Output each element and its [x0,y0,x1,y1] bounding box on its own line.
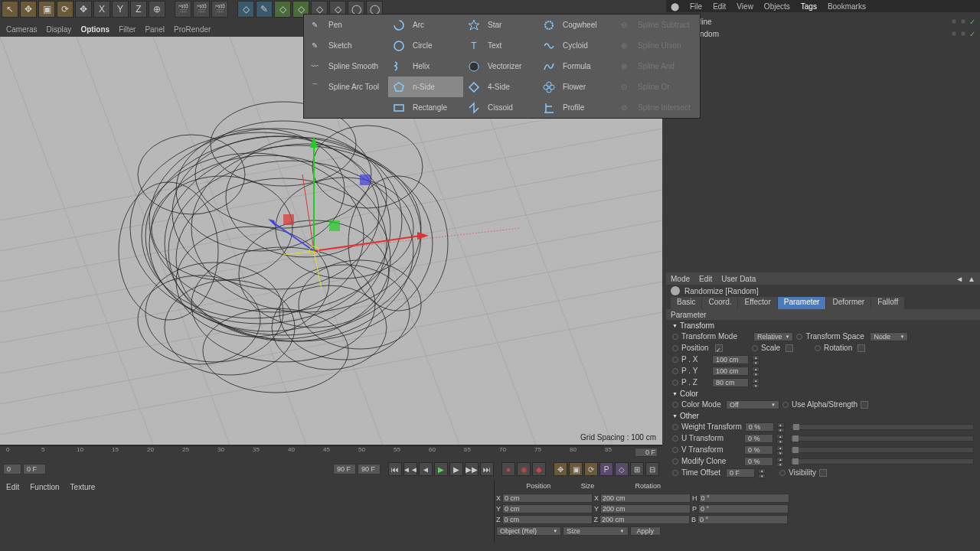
next-key-button[interactable]: ▶▶ [465,462,479,476]
menu-panel[interactable]: Panel [145,25,165,34]
anim-dot[interactable] [672,357,678,363]
prev-arrow-icon[interactable]: ◄ [956,275,963,283]
rotation-check[interactable] [858,344,865,352]
anim-dot[interactable] [782,402,789,408]
dropdown-helix[interactable]: Helix [388,56,463,77]
menu-bookmarks[interactable]: Bookmarks [828,2,866,11]
weight-slider[interactable] [791,424,974,430]
mat-texture[interactable]: Texture [70,483,96,491]
dropdown-profile[interactable]: Profile [538,97,613,118]
menu-cameras[interactable]: Cameras [6,25,38,34]
px-input[interactable] [712,355,749,364]
vis-toggle[interactable] [960,18,966,24]
size-x-input[interactable] [600,494,691,503]
dropdown-cissoid[interactable]: Cissoid [463,97,538,118]
tool-cube[interactable]: ◇ [237,1,254,18]
tool-y[interactable]: Y [112,1,129,18]
key-rot-button[interactable]: ⟳ [584,462,598,476]
menu-objects[interactable]: Objects [764,2,790,11]
anim-dot[interactable] [672,334,678,340]
group-other[interactable]: Other [666,410,980,421]
dropdown-circle[interactable]: Circle [388,35,463,56]
pos-z-input[interactable] [502,515,593,524]
spinner[interactable]: ▴▾ [752,378,760,387]
menu-tags[interactable]: Tags [801,2,817,11]
tool-scale[interactable]: ▣ [38,1,55,18]
anim-dot[interactable] [672,435,678,442]
mat-function[interactable]: Function [30,483,59,491]
spinner[interactable]: ▴▾ [777,422,785,432]
dropdown-vectorizer[interactable]: Vectorizer [463,56,538,77]
key-scale-button[interactable]: ▣ [569,462,583,476]
range-end[interactable] [358,464,381,474]
range-start[interactable] [3,464,21,474]
dropdown-arctool[interactable]: ⌒Spline Arc Tool [304,77,388,97]
next-arrow-icon[interactable]: ▲ [968,275,975,283]
spinner[interactable]: ▴▾ [752,355,760,364]
spinner[interactable]: ▴▾ [758,468,766,478]
dropdown-4side[interactable]: 4-Side [463,77,538,97]
apply-button[interactable]: Apply [630,527,662,536]
anim-dot[interactable] [672,458,678,465]
dropdown-flower[interactable]: Flower [538,77,613,97]
anim-dot[interactable] [796,334,802,340]
tool-render[interactable]: 🎬 [175,1,191,18]
anim-dot[interactable] [752,345,758,351]
dropdown-cogwheel[interactable]: Cogwheel [538,15,613,35]
tool-coord[interactable]: ⊕ [149,1,165,18]
tool-rotate[interactable]: ⟳ [57,1,74,18]
menu-filter[interactable]: Filter [119,25,136,34]
record-button[interactable]: ● [501,462,515,476]
vis-toggle[interactable] [960,31,966,37]
dropdown-nside[interactable]: n-Side [388,77,463,97]
goto-end-button[interactable]: ⏭ [480,462,494,476]
position-check[interactable] [715,344,723,352]
key-param-button[interactable]: P [599,462,613,476]
dropdown-rectangle[interactable]: Rectangle [388,97,463,118]
tab-deformer[interactable]: Deformer [826,297,871,309]
utrans-slider[interactable] [790,435,974,442]
rot-b-input[interactable] [697,515,788,524]
anim-dot[interactable] [779,470,786,476]
dropdown-formula[interactable]: Formula [538,56,613,77]
spinner[interactable]: ▴▾ [776,445,784,455]
anim-dot[interactable] [672,424,678,430]
key-pos-button[interactable]: ✥ [554,462,567,476]
play-button[interactable]: ▶ [434,462,448,476]
tool-generator[interactable]: ◇ [274,1,291,18]
dropdown-arc[interactable]: Arc [388,15,463,35]
menu-prorender[interactable]: ProRender [174,25,211,34]
time-input[interactable] [726,468,755,478]
colormode-select[interactable]: Off [726,400,779,409]
pos-x-input[interactable] [502,494,593,503]
size-mode-select[interactable]: Size [563,527,628,536]
spinner[interactable]: ▴▾ [752,367,760,376]
size-y-input[interactable] [600,504,691,514]
timeline[interactable]: 051015202530354045505560657075808590 0 F [0,445,662,461]
dropdown-sketch[interactable]: ✎Sketch [304,35,388,56]
dropdown-smooth[interactable]: 〰Spline Smooth [304,56,388,77]
tab-falloff[interactable]: Falloff [871,297,904,309]
gizmo[interactable] [268,136,521,289]
py-input[interactable] [712,367,749,376]
goto-start-button[interactable]: ⏮ [388,462,402,476]
vtrans-input[interactable] [744,445,773,455]
modify-input[interactable] [744,457,773,466]
tool-recent[interactable]: ✥ [75,1,92,18]
tab-parameter[interactable]: Parameter [778,297,826,309]
tool-pointer[interactable]: ↖ [2,1,18,18]
spinner[interactable]: ▴▾ [776,434,784,443]
dropdown-pen[interactable]: ✎Pen [304,15,388,35]
tab-effector[interactable]: Effector [738,297,776,309]
group-transform[interactable]: Transform [666,320,980,331]
attr-edit[interactable]: Edit [699,275,712,283]
tool-z[interactable]: Z [130,1,147,18]
tab-coord[interactable]: Coord. [702,297,737,309]
tool-renderview[interactable]: 🎬 [193,1,210,18]
spinner[interactable]: ▴▾ [776,457,784,466]
utrans-input[interactable] [744,434,773,443]
check-icon[interactable]: ✓ [969,18,975,26]
object-row-1[interactable]: line ✓ [671,15,975,28]
transform-mode-select[interactable]: Relative [753,332,793,341]
rot-h-input[interactable] [699,494,789,503]
